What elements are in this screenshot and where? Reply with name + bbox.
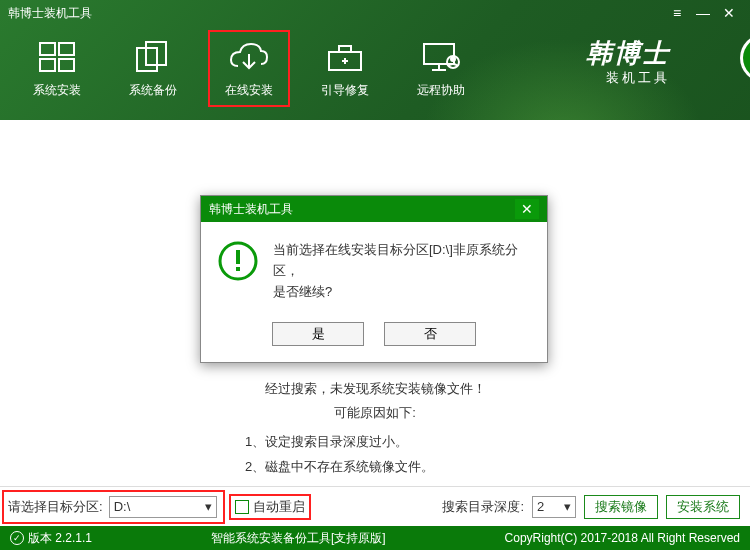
brand-logo-icon (738, 32, 750, 84)
svg-rect-2 (40, 59, 55, 71)
tool-remote-assist[interactable]: 远程协助 (402, 32, 480, 105)
dialog-text-line2: 是否继续? (273, 282, 531, 303)
chevron-down-icon: ▾ (205, 499, 212, 514)
brand-sub: 装机工具 (586, 69, 670, 87)
brand-name: 韩博士 (586, 36, 670, 71)
dialog-no-button[interactable]: 否 (384, 322, 476, 346)
search-depth-label: 搜索目录深度: (442, 498, 524, 516)
toolbox-icon (322, 38, 368, 76)
tool-label: 系统备份 (129, 82, 177, 99)
windows-icon (34, 38, 80, 76)
auto-restart-label: 自动重启 (253, 498, 305, 516)
brand: 韩博士 装机工具 (586, 36, 730, 87)
confirm-dialog: 韩博士装机工具 ✕ 当前选择在线安装目标分区[D:\]非原系统分区， 是否继续?… (200, 195, 548, 363)
tool-label: 引导修复 (321, 82, 369, 99)
version-number: 2.2.1.1 (55, 531, 92, 545)
notfound-message: 经过搜索，未发现系统安装镜像文件！ (50, 380, 700, 398)
dialog-message: 当前选择在线安装目标分区[D:\]非原系统分区， 是否继续? (273, 240, 531, 302)
auto-restart-checkbox[interactable] (235, 500, 249, 514)
svg-rect-1 (59, 43, 74, 55)
target-partition-select[interactable]: D:\ ▾ (109, 496, 217, 518)
copyright-text: CopyRight(C) 2017-2018 All Right Reserve… (505, 531, 740, 545)
tool-label: 系统安装 (33, 82, 81, 99)
tool-online-install[interactable]: 在线安装 (210, 32, 288, 105)
dialog-text-line1: 当前选择在线安装目标分区[D:\]非原系统分区， (273, 240, 531, 282)
target-partition-value: D:\ (114, 499, 131, 514)
tool-system-install[interactable]: 系统安装 (18, 32, 96, 105)
dialog-title: 韩博士装机工具 (209, 201, 515, 218)
dialog-yes-button[interactable]: 是 (272, 322, 364, 346)
svg-rect-10 (424, 44, 454, 64)
reason-title: 可能原因如下: (50, 404, 700, 422)
tool-label: 在线安装 (225, 82, 273, 99)
warning-icon (217, 240, 259, 282)
search-depth-value: 2 (537, 499, 544, 514)
search-depth-select[interactable]: 2 ▾ (532, 496, 576, 518)
version-label: 版本 (28, 530, 52, 547)
status-mid-text: 智能系统安装备份工具[支持原版] (92, 530, 505, 547)
remote-monitor-icon (418, 38, 464, 76)
cloud-download-icon (226, 38, 272, 76)
auto-restart-group: 自动重启 (231, 496, 309, 518)
svg-rect-20 (236, 267, 240, 271)
chevron-down-icon: ▾ (564, 499, 571, 514)
tool-label: 远程协助 (417, 82, 465, 99)
menu-button[interactable]: ≡ (664, 3, 690, 23)
reason-item: 2、磁盘中不存在系统镜像文件。 (245, 455, 505, 480)
svg-point-14 (451, 57, 455, 61)
dialog-titlebar: 韩博士装机工具 ✕ (201, 196, 547, 222)
search-image-button[interactable]: 搜索镜像 (584, 495, 658, 519)
titlebar: 韩博士装机工具 ≡ — ✕ (0, 0, 750, 26)
tool-boot-repair[interactable]: 引导修复 (306, 32, 384, 105)
dialog-close-button[interactable]: ✕ (515, 199, 539, 219)
statusbar: ✓ 版本 2.2.1.1 智能系统安装备份工具[支持原版] CopyRight(… (0, 526, 750, 550)
svg-rect-3 (59, 59, 74, 71)
svg-rect-19 (236, 250, 240, 264)
copy-icon (130, 38, 176, 76)
minimize-button[interactable]: — (690, 3, 716, 23)
install-system-button[interactable]: 安装系统 (666, 495, 740, 519)
bottom-bar: 请选择目标分区: D:\ ▾ 自动重启 搜索目录深度: 2 ▾ 搜索镜像 安装系… (0, 486, 750, 526)
target-partition-label: 请选择目标分区: (8, 498, 103, 516)
tool-system-backup[interactable]: 系统备份 (114, 32, 192, 105)
window-title: 韩博士装机工具 (8, 5, 664, 22)
target-partition-group: 请选择目标分区: D:\ ▾ (4, 492, 223, 522)
reason-item: 1、设定搜索目录深度过小。 (245, 430, 505, 455)
svg-rect-0 (40, 43, 55, 55)
version-icon: ✓ (10, 531, 24, 545)
close-button[interactable]: ✕ (716, 3, 742, 23)
